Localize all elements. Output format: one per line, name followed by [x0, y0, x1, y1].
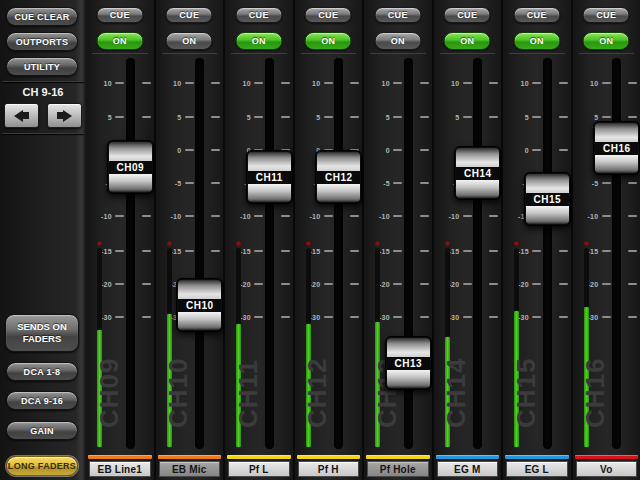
channel-label-section: Vo	[573, 455, 640, 480]
channel-name[interactable]: EG M	[437, 461, 499, 477]
fader-scale-label: -5	[364, 180, 390, 187]
cue-button[interactable]: CUE	[444, 7, 491, 23]
on-button[interactable]: ON	[583, 32, 630, 50]
bank-right-button[interactable]	[47, 103, 82, 128]
fader-track[interactable]	[473, 58, 482, 449]
channel-top-section: CUEON	[156, 0, 224, 55]
fader-cap[interactable]: CH16	[593, 121, 640, 175]
dca-1-8-button[interactable]: DCA 1-8	[6, 362, 78, 381]
cue-button[interactable]: CUE	[305, 7, 352, 23]
fader-scale-label: -10	[295, 213, 321, 220]
fader-scale-tick	[602, 215, 611, 217]
channel-name[interactable]: EB Line1	[89, 461, 151, 477]
fader-area: 1050-5-10-15-20-30CH10CH10	[156, 55, 224, 455]
fader-scale-tick	[211, 215, 220, 217]
fader-scale-tick	[324, 116, 333, 118]
fader-scale-tick	[602, 316, 611, 318]
fader-scale-tick	[559, 149, 568, 151]
fader-scale-tick	[602, 182, 611, 184]
fader-scale-tick	[350, 316, 359, 318]
gain-button[interactable]: GAIN	[6, 421, 78, 440]
cue-button[interactable]: CUE	[96, 7, 143, 23]
fader-scale-tick	[393, 116, 402, 118]
fader-scale-tick	[281, 250, 290, 252]
on-button[interactable]: ON	[374, 32, 421, 50]
fader-scale-tick	[324, 82, 333, 84]
fader-scale-tick	[142, 215, 151, 217]
fader-scale-tick	[489, 283, 498, 285]
channel-name[interactable]: Vo	[576, 461, 638, 477]
fader-scale-tick	[115, 82, 124, 84]
on-button[interactable]: ON	[305, 32, 352, 50]
on-button[interactable]: ON	[444, 32, 491, 50]
on-button[interactable]: ON	[96, 32, 143, 50]
fader-track[interactable]	[265, 58, 274, 449]
fader-scale-tick	[211, 182, 220, 184]
fader-scale-tick	[628, 316, 637, 318]
utility-button[interactable]: UTILITY	[6, 57, 78, 76]
on-button[interactable]: ON	[513, 32, 560, 50]
fader-scale-tick	[420, 82, 429, 84]
channel-name[interactable]: Pf H	[298, 461, 360, 477]
fader-scale-tick	[628, 250, 637, 252]
fader-scale-tick	[254, 250, 263, 252]
dca-9-16-button[interactable]: DCA 9-16	[6, 391, 78, 410]
fader-scale-tick	[532, 250, 541, 252]
fader-scale-tick	[393, 250, 402, 252]
fader-scale-tick	[420, 116, 429, 118]
fader-cap-label: CH11	[248, 171, 291, 184]
cue-button[interactable]: CUE	[513, 7, 560, 23]
fader-scale-tick	[324, 215, 333, 217]
fader-track[interactable]	[404, 58, 413, 449]
fader-track[interactable]	[334, 58, 343, 449]
right-arrow-icon	[63, 110, 72, 122]
fader-scale-tick	[142, 283, 151, 285]
clip-led	[445, 241, 450, 246]
channel-name[interactable]: Pf Hole	[367, 461, 429, 477]
fader-scale-label: 5	[225, 114, 251, 121]
fader-scale-tick	[185, 182, 194, 184]
fader-track[interactable]	[195, 58, 204, 449]
channel-name[interactable]: Pf L	[228, 461, 290, 477]
fader-track[interactable]	[543, 58, 552, 449]
cue-button[interactable]: CUE	[166, 7, 213, 23]
cue-button[interactable]: CUE	[374, 7, 421, 23]
strip-divider-line	[162, 53, 218, 54]
fader-track[interactable]	[126, 58, 135, 449]
outports-button[interactable]: OUTPORTS	[6, 32, 78, 51]
fader-cap[interactable]: CH15	[524, 172, 571, 226]
strip-divider-line	[231, 53, 287, 54]
cue-button[interactable]: CUE	[583, 7, 630, 23]
fader-cap[interactable]: CH14	[454, 146, 501, 200]
fader-scale-tick	[350, 82, 359, 84]
fader-cap[interactable]: CH12	[315, 150, 362, 204]
fader-scale-tick	[628, 215, 637, 217]
channel-label-section: EB Line1	[86, 455, 154, 480]
sends-on-faders-button[interactable]: SENDS ON FADERS	[5, 314, 79, 352]
fader-scale-tick	[211, 116, 220, 118]
fader-scale-tick	[185, 82, 194, 84]
channel-bank-label: CH 9-16	[0, 86, 86, 98]
fader-scale-label: 5	[503, 114, 529, 121]
fader-cap[interactable]: CH10	[176, 278, 223, 332]
fader-track[interactable]	[612, 58, 621, 449]
cue-button[interactable]: CUE	[235, 7, 282, 23]
fader-cap[interactable]: CH09	[107, 140, 154, 194]
fader-scale-label: -10	[225, 213, 251, 220]
channel-name[interactable]: EG L	[506, 461, 568, 477]
fader-scale-tick	[350, 215, 359, 217]
fader-scale-label: 5	[295, 114, 321, 121]
on-button[interactable]: ON	[166, 32, 213, 50]
cue-clear-button[interactable]: CUE CLEAR	[6, 7, 78, 26]
bank-left-button[interactable]	[4, 103, 39, 128]
fader-area: 1050-5-10-15-20-30CH15CH15	[503, 55, 571, 455]
channel-name[interactable]: EB Mic	[159, 461, 221, 477]
long-faders-button[interactable]: LONG FADERS	[6, 456, 78, 476]
channel-watermark: CH15	[513, 362, 539, 428]
fader-cap[interactable]: CH13	[385, 336, 432, 390]
on-button[interactable]: ON	[235, 32, 282, 50]
clip-led	[97, 241, 102, 246]
fader-scale-tick	[463, 283, 472, 285]
fader-scale-tick	[489, 82, 498, 84]
fader-cap[interactable]: CH11	[246, 150, 293, 204]
